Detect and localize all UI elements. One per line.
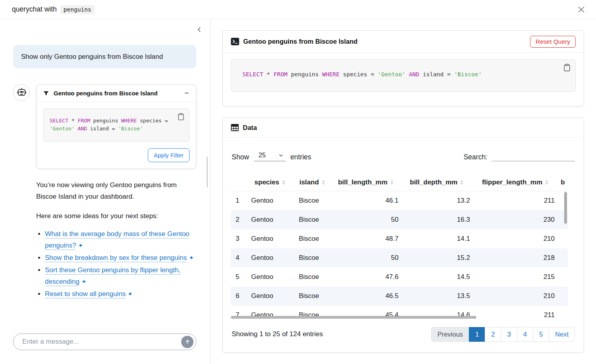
suggestion-item: Sort these Gentoo penguins by flipper le…: [45, 264, 196, 287]
chevron-down-icon: [279, 153, 283, 158]
table-cell: Gentoo: [246, 191, 294, 210]
page-length-control: Show 25 entries: [232, 151, 311, 161]
table-footer: Showing 1 to 25 of 124 entries Previous1…: [231, 327, 576, 342]
vertical-scrollbar[interactable]: [564, 192, 567, 224]
sparkle-icon: ✦: [81, 278, 87, 285]
send-button[interactable]: [181, 336, 194, 348]
show-label: Show: [232, 153, 249, 161]
column-header-bill_depth_mm[interactable]: bill_depth_mm: [401, 174, 472, 191]
page-button-2[interactable]: 2: [485, 327, 501, 342]
table-row[interactable]: 6GentooBiscoe46.513.5210: [231, 287, 568, 306]
sql-code-block-main: SELECT * FROM penguins WHERE species = '…: [231, 59, 576, 92]
message-input[interactable]: [21, 337, 181, 346]
suggestion-item: Reset to show all penguins✦: [45, 288, 196, 300]
horizontal-scrollbar[interactable]: [231, 316, 476, 319]
column-header-species[interactable]: species: [246, 174, 294, 191]
table-cell: 230: [472, 210, 558, 229]
suggestion-item: What is the average body mass of these G…: [45, 228, 196, 251]
column-header-flipper_length_mm[interactable]: flipper_length_mm: [472, 174, 558, 191]
table-cell: 4: [231, 248, 246, 267]
table-row[interactable]: 4GentooBiscoe5015.2218: [231, 248, 568, 267]
query-card-header: Gentoo penguins from Biscoe Island Reset…: [223, 31, 584, 53]
table-cell: [558, 306, 568, 319]
page-button-next[interactable]: Next: [549, 327, 575, 342]
table-cell: 218: [472, 248, 558, 267]
sql-query-text: SELECT * FROM penguins WHERE species = '…: [242, 70, 564, 79]
user-message: Show only Gentoo penguins from Biscoe Is…: [13, 45, 196, 68]
suggestion-link[interactable]: Show the breakdown by sex for these peng…: [45, 254, 194, 261]
page-button-previous: Previous: [431, 327, 469, 342]
table-cell: [558, 287, 568, 306]
table-cell: Gentoo: [246, 287, 294, 306]
filter-card-collapse-button[interactable]: −: [184, 89, 190, 97]
page-button-1[interactable]: 1: [469, 327, 485, 342]
data-table: 1GentooBiscoe46.113.22112GentooBiscoe501…: [231, 191, 568, 319]
filter-card-actions: Apply Filter: [43, 148, 190, 162]
table-row[interactable]: 3GentooBiscoe48.714.1210: [231, 229, 568, 248]
table-cell: [558, 248, 568, 267]
query-card-body: SELECT * FROM penguins WHERE species = '…: [223, 53, 584, 98]
table-row[interactable]: 1GentooBiscoe46.113.2211: [231, 191, 568, 210]
data-table-header: speciesislandbill_length_mmbill_depth_mm…: [231, 174, 568, 191]
table-cell: 16.3: [401, 210, 472, 229]
table-cell: 46.1: [331, 191, 401, 210]
filter-icon: [43, 90, 49, 97]
clipboard-icon: [178, 113, 184, 120]
user-message-text: Show only Gentoo penguins from Biscoe Is…: [21, 53, 163, 60]
table-cell: 6: [231, 287, 246, 306]
page-length-value: 25: [259, 152, 266, 159]
table-cell: 1: [231, 191, 246, 210]
copy-button[interactable]: [563, 63, 571, 72]
chat-sidebar: Show only Gentoo penguins from Biscoe Is…: [0, 19, 211, 364]
dataset-name-chip: penguins: [60, 5, 95, 14]
table-cell: 14.5: [401, 267, 472, 287]
table-controls: Show 25 entries Search:: [231, 145, 576, 161]
search-input[interactable]: [492, 151, 575, 161]
table-cell: 48.7: [331, 229, 401, 248]
copy-button[interactable]: [177, 112, 185, 121]
column-header: [231, 174, 246, 191]
table-row[interactable]: 2GentooBiscoe5016.3230: [231, 210, 568, 229]
filter-card-body: SELECT * FROM penguins WHERE species = '…: [37, 102, 196, 168]
assistant-message: Gentoo penguins from Biscoe Island −: [13, 84, 196, 300]
sort-icon: [322, 180, 325, 185]
table-cell: 46.5: [331, 287, 401, 306]
table-row[interactable]: 5GentooBiscoe47.614.5215: [231, 267, 568, 287]
suggestion-link[interactable]: Reset to show all penguins✦: [45, 290, 133, 298]
column-header-bill_length_mm[interactable]: bill_length_mm: [331, 174, 401, 191]
chat-messages: Show only Gentoo penguins from Biscoe Is…: [0, 19, 210, 331]
page-button-5[interactable]: 5: [533, 327, 549, 342]
sort-icon: [545, 180, 548, 185]
pagination: Previous12345Next: [431, 327, 575, 342]
entries-label: entries: [290, 153, 312, 161]
close-icon: [577, 5, 586, 14]
sql-code-block: SELECT * FROM penguins WHERE species = '…: [43, 108, 190, 142]
table-cell: 50: [331, 210, 401, 229]
table-cell: 50: [331, 248, 401, 267]
table-header-row: speciesislandbill_length_mmbill_depth_mm…: [231, 174, 568, 191]
assistant-avatar: [13, 84, 30, 101]
page-button-4[interactable]: 4: [517, 327, 533, 342]
app-window: querychat with penguins Show only Gentoo…: [0, 0, 596, 364]
column-header-island[interactable]: island: [294, 174, 331, 191]
page-length-select[interactable]: 25: [254, 151, 286, 161]
assistant-paragraph: Here are some ideas for your next steps:: [36, 210, 196, 222]
table-cell: Biscoe: [294, 267, 331, 287]
robot-icon: [16, 87, 27, 98]
table-cell: Biscoe: [294, 248, 331, 267]
suggestion-link[interactable]: Sort these Gentoo penguins by flipper le…: [45, 266, 180, 285]
apply-filter-button[interactable]: Apply Filter: [148, 148, 190, 162]
data-card-body: Show 25 entries Search:: [223, 137, 584, 350]
sidebar-scrollbar[interactable]: [207, 157, 208, 188]
table-info: Showing 1 to 25 of 124 entries: [232, 330, 323, 338]
close-button[interactable]: [577, 5, 586, 14]
sparkle-icon: ✦: [189, 254, 194, 261]
page-button-3[interactable]: 3: [501, 327, 517, 342]
table-cell: 13.2: [401, 191, 472, 210]
sparkle-icon: ✦: [128, 290, 133, 297]
reset-query-button[interactable]: Reset Query: [530, 36, 576, 48]
suggestion-link[interactable]: What is the average body mass of these G…: [45, 230, 190, 249]
send-arrow-icon: [184, 339, 191, 345]
assistant-paragraph: You’re now viewing only Gentoo penguins …: [36, 179, 196, 202]
table-cell: Gentoo: [246, 248, 294, 267]
